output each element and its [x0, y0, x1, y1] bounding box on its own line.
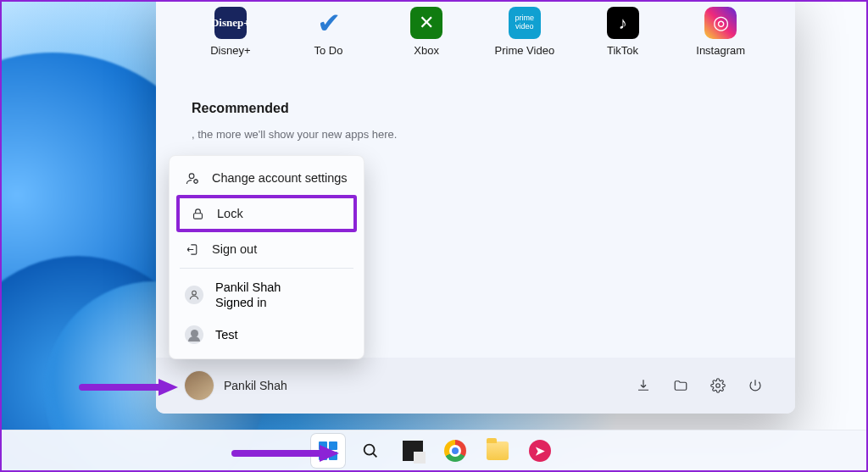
- prime-video-icon: prime video: [509, 7, 541, 39]
- downloads-icon[interactable]: [632, 375, 654, 397]
- user-name-label: Pankil Shah: [224, 379, 287, 392]
- svg-point-4: [192, 291, 197, 295]
- menu-sign-out[interactable]: Sign out: [175, 234, 359, 264]
- account-name: Pankil Shah: [215, 280, 281, 295]
- footer-icon-group: [632, 375, 766, 397]
- xbox-icon: ✕: [410, 7, 442, 39]
- avatar: [185, 371, 214, 400]
- menu-separator: [180, 268, 353, 269]
- menu-item-label: Sign out: [212, 242, 257, 256]
- pinned-app-todo[interactable]: ✔ To Do: [280, 7, 378, 57]
- taskbar: ➤: [2, 430, 866, 470]
- snagit-icon: ➤: [529, 440, 551, 462]
- chrome-icon: [444, 440, 466, 462]
- recommended-heading: Recommended: [192, 101, 795, 116]
- app-label: Disney+: [181, 44, 280, 57]
- instagram-icon: ◎: [704, 7, 737, 39]
- account-settings-icon: [185, 170, 200, 186]
- menu-lock[interactable]: Lock: [176, 195, 357, 232]
- taskbar-task-view[interactable]: [396, 434, 430, 468]
- pinned-app-prime[interactable]: prime video Prime Video: [476, 7, 574, 57]
- svg-point-2: [193, 179, 197, 182]
- folder-icon: [487, 441, 509, 460]
- taskbar-snagit[interactable]: ➤: [523, 434, 557, 468]
- person-icon: [185, 286, 203, 304]
- svg-point-7: [364, 444, 375, 454]
- todo-icon: ✔: [313, 7, 345, 39]
- svg-marker-6: [320, 445, 339, 462]
- account-status: Signed in: [215, 295, 281, 310]
- svg-marker-5: [159, 379, 178, 396]
- app-label: To Do: [280, 44, 378, 57]
- power-icon[interactable]: [744, 375, 766, 397]
- pinned-apps-row: Disnep+ Disney+ ✔ To Do ✕ Xbox prime vid…: [156, 2, 795, 57]
- menu-account-primary[interactable]: Pankil Shah Signed in: [175, 272, 359, 318]
- person-icon: [185, 325, 203, 344]
- disney-icon: Disnep+: [214, 7, 247, 39]
- account-text: Pankil Shah Signed in: [215, 280, 281, 310]
- recommended-hint: , the more we'll show your new apps here…: [192, 128, 795, 141]
- menu-change-account-settings[interactable]: Change account settings: [175, 163, 359, 193]
- taskbar-search[interactable]: [353, 434, 387, 468]
- user-account-button[interactable]: Pankil Shah: [185, 371, 287, 400]
- sign-out-icon: [185, 242, 200, 257]
- taskbar-file-explorer[interactable]: [481, 434, 515, 468]
- user-context-menu: Change account settings Lock Sign out Pa…: [169, 155, 364, 359]
- lock-icon: [190, 206, 205, 221]
- pinned-app-disney[interactable]: Disnep+ Disney+: [181, 7, 280, 57]
- svg-rect-3: [193, 213, 202, 218]
- app-label: TikTok: [574, 44, 672, 57]
- menu-account-other[interactable]: Test: [175, 318, 359, 352]
- pinned-app-xbox[interactable]: ✕ Xbox: [377, 7, 476, 57]
- menu-item-label: Lock: [217, 207, 243, 220]
- account-name: Test: [215, 327, 238, 342]
- app-label: Prime Video: [476, 44, 574, 57]
- app-label: Xbox: [377, 44, 476, 57]
- annotation-arrow: [78, 375, 180, 403]
- pinned-app-instagram[interactable]: ◎ Instagram: [671, 7, 770, 57]
- settings-icon[interactable]: [707, 375, 729, 397]
- search-icon: [361, 441, 380, 460]
- taskbar-chrome[interactable]: [438, 434, 472, 468]
- file-explorer-icon[interactable]: [670, 375, 692, 397]
- task-view-icon: [403, 441, 423, 461]
- annotation-arrow: [231, 441, 341, 469]
- tiktok-icon: ♪: [607, 7, 639, 39]
- svg-point-1: [189, 173, 194, 178]
- start-footer: Pankil Shah: [156, 358, 795, 414]
- pinned-app-tiktok[interactable]: ♪ TikTok: [574, 7, 672, 57]
- app-label: Instagram: [671, 44, 770, 57]
- svg-point-0: [716, 384, 721, 388]
- menu-item-label: Change account settings: [212, 171, 348, 185]
